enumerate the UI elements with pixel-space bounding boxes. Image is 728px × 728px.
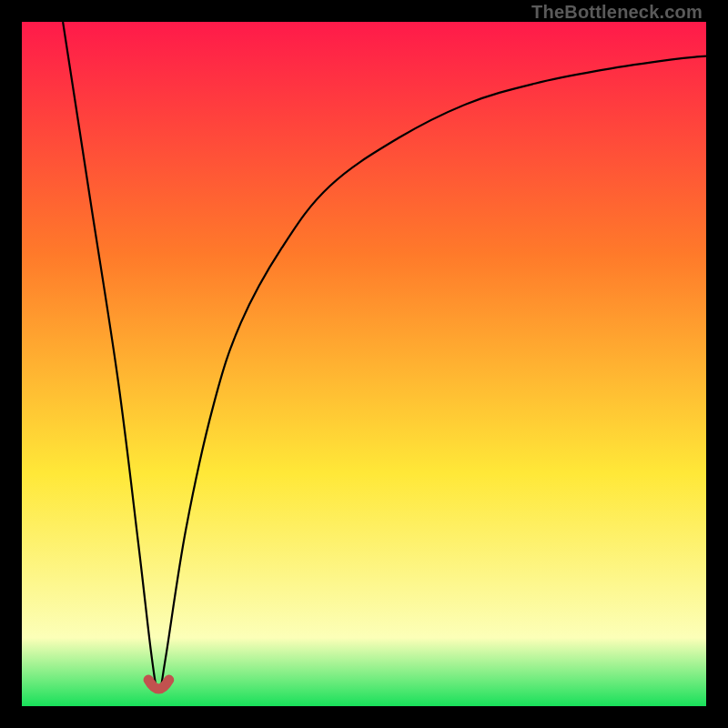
watermark-text: TheBottleneck.com [531,2,703,23]
chart-frame [22,22,706,706]
chart-plot [22,22,706,706]
bottleneck-curve-path [63,22,706,693]
dip-marker [148,680,169,689]
